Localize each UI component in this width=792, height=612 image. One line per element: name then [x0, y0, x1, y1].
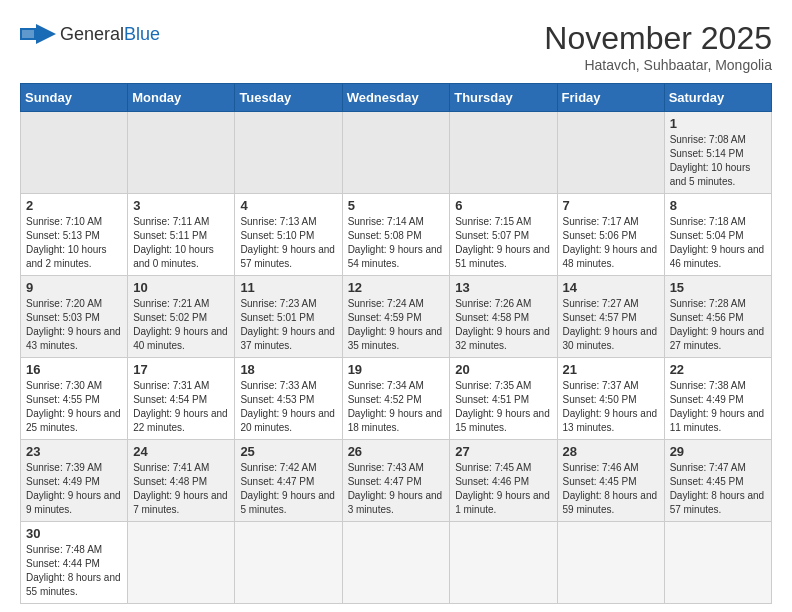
day-info: Sunrise: 7:38 AM Sunset: 4:49 PM Dayligh… — [670, 379, 766, 435]
calendar-week-row-2: 9Sunrise: 7:20 AM Sunset: 5:03 PM Daylig… — [21, 276, 772, 358]
calendar-cell: 20Sunrise: 7:35 AM Sunset: 4:51 PM Dayli… — [450, 358, 557, 440]
day-number: 22 — [670, 362, 766, 377]
day-number: 3 — [133, 198, 229, 213]
day-number: 12 — [348, 280, 445, 295]
weekday-header-sunday: Sunday — [21, 84, 128, 112]
logo-general: General — [60, 24, 124, 44]
weekday-header-tuesday: Tuesday — [235, 84, 342, 112]
calendar-cell: 14Sunrise: 7:27 AM Sunset: 4:57 PM Dayli… — [557, 276, 664, 358]
calendar-cell: 3Sunrise: 7:11 AM Sunset: 5:11 PM Daylig… — [128, 194, 235, 276]
calendar-cell: 27Sunrise: 7:45 AM Sunset: 4:46 PM Dayli… — [450, 440, 557, 522]
day-info: Sunrise: 7:23 AM Sunset: 5:01 PM Dayligh… — [240, 297, 336, 353]
svg-marker-1 — [36, 24, 56, 44]
calendar-cell: 26Sunrise: 7:43 AM Sunset: 4:47 PM Dayli… — [342, 440, 450, 522]
calendar-cell: 22Sunrise: 7:38 AM Sunset: 4:49 PM Dayli… — [664, 358, 771, 440]
day-number: 26 — [348, 444, 445, 459]
day-info: Sunrise: 7:45 AM Sunset: 4:46 PM Dayligh… — [455, 461, 551, 517]
day-info: Sunrise: 7:11 AM Sunset: 5:11 PM Dayligh… — [133, 215, 229, 271]
calendar-cell — [450, 522, 557, 604]
calendar-cell: 8Sunrise: 7:18 AM Sunset: 5:04 PM Daylig… — [664, 194, 771, 276]
day-number: 8 — [670, 198, 766, 213]
calendar-week-row-0: 1Sunrise: 7:08 AM Sunset: 5:14 PM Daylig… — [21, 112, 772, 194]
calendar-cell: 12Sunrise: 7:24 AM Sunset: 4:59 PM Dayli… — [342, 276, 450, 358]
day-info: Sunrise: 7:41 AM Sunset: 4:48 PM Dayligh… — [133, 461, 229, 517]
day-number: 1 — [670, 116, 766, 131]
calendar-cell: 2Sunrise: 7:10 AM Sunset: 5:13 PM Daylig… — [21, 194, 128, 276]
day-number: 15 — [670, 280, 766, 295]
day-info: Sunrise: 7:35 AM Sunset: 4:51 PM Dayligh… — [455, 379, 551, 435]
weekday-header-thursday: Thursday — [450, 84, 557, 112]
day-info: Sunrise: 7:15 AM Sunset: 5:07 PM Dayligh… — [455, 215, 551, 271]
day-number: 5 — [348, 198, 445, 213]
calendar-cell: 21Sunrise: 7:37 AM Sunset: 4:50 PM Dayli… — [557, 358, 664, 440]
calendar-cell — [557, 112, 664, 194]
calendar-cell: 15Sunrise: 7:28 AM Sunset: 4:56 PM Dayli… — [664, 276, 771, 358]
location-subtitle: Hatavch, Suhbaatar, Mongolia — [544, 57, 772, 73]
calendar-cell — [450, 112, 557, 194]
day-number: 16 — [26, 362, 122, 377]
day-info: Sunrise: 7:26 AM Sunset: 4:58 PM Dayligh… — [455, 297, 551, 353]
logo-icon — [20, 20, 56, 48]
logo-text: GeneralBlue — [60, 25, 160, 44]
day-number: 20 — [455, 362, 551, 377]
calendar-cell — [235, 522, 342, 604]
calendar-cell — [128, 522, 235, 604]
day-info: Sunrise: 7:28 AM Sunset: 4:56 PM Dayligh… — [670, 297, 766, 353]
day-info: Sunrise: 7:33 AM Sunset: 4:53 PM Dayligh… — [240, 379, 336, 435]
weekday-header-saturday: Saturday — [664, 84, 771, 112]
calendar-cell — [128, 112, 235, 194]
calendar-cell — [557, 522, 664, 604]
calendar-week-row-3: 16Sunrise: 7:30 AM Sunset: 4:55 PM Dayli… — [21, 358, 772, 440]
calendar-cell — [664, 522, 771, 604]
day-info: Sunrise: 7:43 AM Sunset: 4:47 PM Dayligh… — [348, 461, 445, 517]
calendar-cell: 1Sunrise: 7:08 AM Sunset: 5:14 PM Daylig… — [664, 112, 771, 194]
calendar-cell — [21, 112, 128, 194]
day-info: Sunrise: 7:24 AM Sunset: 4:59 PM Dayligh… — [348, 297, 445, 353]
calendar-cell: 7Sunrise: 7:17 AM Sunset: 5:06 PM Daylig… — [557, 194, 664, 276]
day-number: 9 — [26, 280, 122, 295]
calendar-cell: 5Sunrise: 7:14 AM Sunset: 5:08 PM Daylig… — [342, 194, 450, 276]
day-number: 30 — [26, 526, 122, 541]
calendar-cell — [342, 112, 450, 194]
day-number: 23 — [26, 444, 122, 459]
calendar-cell: 28Sunrise: 7:46 AM Sunset: 4:45 PM Dayli… — [557, 440, 664, 522]
svg-rect-2 — [22, 30, 34, 38]
day-number: 25 — [240, 444, 336, 459]
calendar-cell: 18Sunrise: 7:33 AM Sunset: 4:53 PM Dayli… — [235, 358, 342, 440]
day-info: Sunrise: 7:17 AM Sunset: 5:06 PM Dayligh… — [563, 215, 659, 271]
day-info: Sunrise: 7:14 AM Sunset: 5:08 PM Dayligh… — [348, 215, 445, 271]
day-info: Sunrise: 7:27 AM Sunset: 4:57 PM Dayligh… — [563, 297, 659, 353]
day-info: Sunrise: 7:30 AM Sunset: 4:55 PM Dayligh… — [26, 379, 122, 435]
day-info: Sunrise: 7:20 AM Sunset: 5:03 PM Dayligh… — [26, 297, 122, 353]
day-number: 21 — [563, 362, 659, 377]
day-number: 19 — [348, 362, 445, 377]
day-number: 4 — [240, 198, 336, 213]
logo: GeneralBlue — [20, 20, 160, 48]
day-number: 17 — [133, 362, 229, 377]
calendar-cell: 24Sunrise: 7:41 AM Sunset: 4:48 PM Dayli… — [128, 440, 235, 522]
day-number: 2 — [26, 198, 122, 213]
day-info: Sunrise: 7:13 AM Sunset: 5:10 PM Dayligh… — [240, 215, 336, 271]
calendar-week-row-4: 23Sunrise: 7:39 AM Sunset: 4:49 PM Dayli… — [21, 440, 772, 522]
calendar-cell: 23Sunrise: 7:39 AM Sunset: 4:49 PM Dayli… — [21, 440, 128, 522]
day-number: 10 — [133, 280, 229, 295]
day-info: Sunrise: 7:08 AM Sunset: 5:14 PM Dayligh… — [670, 133, 766, 189]
day-info: Sunrise: 7:21 AM Sunset: 5:02 PM Dayligh… — [133, 297, 229, 353]
calendar-cell: 13Sunrise: 7:26 AM Sunset: 4:58 PM Dayli… — [450, 276, 557, 358]
day-number: 7 — [563, 198, 659, 213]
day-info: Sunrise: 7:46 AM Sunset: 4:45 PM Dayligh… — [563, 461, 659, 517]
weekday-header-monday: Monday — [128, 84, 235, 112]
day-number: 27 — [455, 444, 551, 459]
calendar-cell — [342, 522, 450, 604]
day-number: 11 — [240, 280, 336, 295]
header: GeneralBlue November 2025 Hatavch, Suhba… — [20, 20, 772, 73]
calendar-cell: 25Sunrise: 7:42 AM Sunset: 4:47 PM Dayli… — [235, 440, 342, 522]
day-number: 29 — [670, 444, 766, 459]
calendar-cell: 16Sunrise: 7:30 AM Sunset: 4:55 PM Dayli… — [21, 358, 128, 440]
day-info: Sunrise: 7:48 AM Sunset: 4:44 PM Dayligh… — [26, 543, 122, 599]
day-number: 24 — [133, 444, 229, 459]
title-section: November 2025 Hatavch, Suhbaatar, Mongol… — [544, 20, 772, 73]
calendar-cell: 30Sunrise: 7:48 AM Sunset: 4:44 PM Dayli… — [21, 522, 128, 604]
calendar-cell — [235, 112, 342, 194]
calendar-cell: 11Sunrise: 7:23 AM Sunset: 5:01 PM Dayli… — [235, 276, 342, 358]
